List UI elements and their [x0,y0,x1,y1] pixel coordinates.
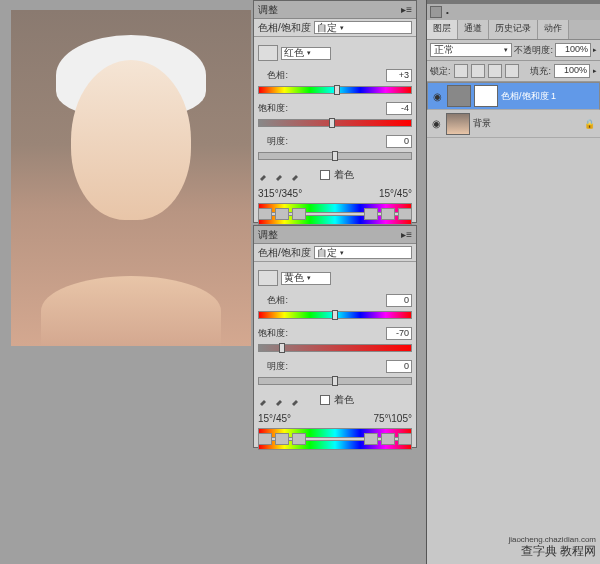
colorize-checkbox[interactable] [320,170,330,180]
footer-button[interactable] [258,208,272,220]
adjustment-type-label: 色相/饱和度 [258,246,311,260]
footer-button[interactable] [292,433,306,445]
tab-actions[interactable]: 动作 [538,20,569,39]
image-region [71,60,191,220]
hue-slider[interactable] [258,311,412,319]
saturation-row: 饱和度: -4 [254,100,416,117]
saturation-slider[interactable] [258,344,412,352]
panel-title: 调整 [258,228,278,242]
slider-thumb[interactable] [332,376,338,386]
footer-button[interactable] [364,208,378,220]
lock-pixels-icon[interactable] [471,64,485,78]
preset-value: 自定 [317,246,337,260]
slider-thumb[interactable] [279,343,285,353]
lock-icon: 🔒 [584,119,595,129]
tab-channels[interactable]: 通道 [458,20,489,39]
panel-footer [258,433,412,445]
hue-slider[interactable] [258,86,412,94]
lightness-input[interactable]: 0 [386,135,412,148]
fill-input[interactable]: 100% [554,64,590,78]
adjustment-type-row: 色相/饱和度 自定 ▾ [254,19,416,37]
lightness-slider-row [254,150,416,162]
saturation-input[interactable]: -4 [386,102,412,115]
adjustment-thumb[interactable] [447,85,471,107]
adjustment-type-row: 色相/饱和度 自定 ▾ [254,244,416,262]
tab-history[interactable]: 历史记录 [489,20,538,39]
panel-menu-icon[interactable]: ▸≡ [401,229,412,240]
layer-thumb[interactable] [446,113,470,135]
slider-thumb[interactable] [334,85,340,95]
brush-icon[interactable] [430,6,442,18]
eyedropper-subtract-icon[interactable] [290,394,302,406]
lightness-label: 明度: [258,360,288,373]
footer-button[interactable] [275,208,289,220]
chevron-right-icon[interactable]: ▸ [593,67,597,75]
adjustment-type-label: 色相/饱和度 [258,21,311,35]
trash-icon[interactable] [398,208,412,220]
lightness-input[interactable]: 0 [386,360,412,373]
saturation-slider-row [254,117,416,129]
layer-row[interactable]: ◉ 色相/饱和度 1 [427,82,600,110]
footer-button[interactable] [292,208,306,220]
panel-header[interactable]: 调整 ▸≡ [254,226,416,244]
opacity-label: 不透明度: [514,44,553,57]
eyedropper-add-icon[interactable] [274,394,286,406]
saturation-input[interactable]: -70 [386,327,412,340]
tab-layers[interactable]: 图层 [427,20,458,39]
chevron-down-icon: ▾ [304,274,314,282]
footer-button[interactable] [275,433,289,445]
footer-button[interactable] [381,433,395,445]
footer-button[interactable] [258,433,272,445]
hue-range-row: 15°/45° 75°\105° [254,411,416,426]
adjustments-panel-2: 调整 ▸≡ 色相/饱和度 自定 ▾ 黄色 ▾ 色相: 0 饱和度: -70 [253,225,417,448]
eyedropper-row: 着色 [254,393,416,407]
eyedropper-add-icon[interactable] [274,169,286,181]
layers-panel: • 图层 通道 历史记录 动作 正常 ▾ 不透明度: 100% ▸ 锁定: 填充… [426,0,600,564]
lightness-slider[interactable] [258,377,412,385]
hue-slider-row [254,84,416,96]
document-image [11,10,251,346]
slider-thumb[interactable] [332,310,338,320]
saturation-slider[interactable] [258,119,412,127]
range-right: 75°\105° [373,413,412,424]
color-range-select[interactable]: 红色 ▾ [281,47,331,60]
visibility-icon[interactable]: ◉ [429,117,443,131]
opacity-input[interactable]: 100% [555,43,591,57]
canvas[interactable] [11,10,251,346]
range-left: 15°/45° [258,413,291,424]
lock-all-icon[interactable] [505,64,519,78]
layer-row[interactable]: ◉ 背景 🔒 [427,110,600,138]
slider-thumb[interactable] [329,118,335,128]
lightness-slider[interactable] [258,152,412,160]
fill-label: 填充: [530,65,551,78]
eyedropper-icon[interactable] [258,394,270,406]
lock-transparency-icon[interactable] [454,64,468,78]
eyedropper-subtract-icon[interactable] [290,169,302,181]
blend-mode-select[interactable]: 正常 ▾ [430,43,512,57]
targeted-adjust-icon[interactable] [258,270,278,286]
targeted-adjust-icon[interactable] [258,45,278,61]
saturation-slider-row [254,342,416,354]
preset-select[interactable]: 自定 ▾ [314,21,412,34]
footer-button[interactable] [364,433,378,445]
footer-button[interactable] [381,208,395,220]
layer-name: 色相/饱和度 1 [501,90,597,103]
preset-select[interactable]: 自定 ▾ [314,246,412,259]
hue-input[interactable]: 0 [386,294,412,307]
slider-thumb[interactable] [332,151,338,161]
hue-slider-row [254,309,416,321]
eyedropper-icon[interactable] [258,169,270,181]
visibility-icon[interactable]: ◉ [430,89,444,103]
chevron-down-icon: ▾ [337,24,347,32]
hue-input[interactable]: +3 [386,69,412,82]
colorize-checkbox[interactable] [320,395,330,405]
chevron-right-icon[interactable]: ▸ [593,46,597,54]
image-region [41,276,221,346]
trash-icon[interactable] [398,433,412,445]
panel-menu-icon[interactable]: ▸≡ [401,4,412,15]
color-range-select[interactable]: 黄色 ▾ [281,272,331,285]
panel-header[interactable]: 调整 ▸≡ [254,1,416,19]
mask-thumb[interactable] [474,85,498,107]
colorize-label: 着色 [334,393,354,407]
lock-position-icon[interactable] [488,64,502,78]
